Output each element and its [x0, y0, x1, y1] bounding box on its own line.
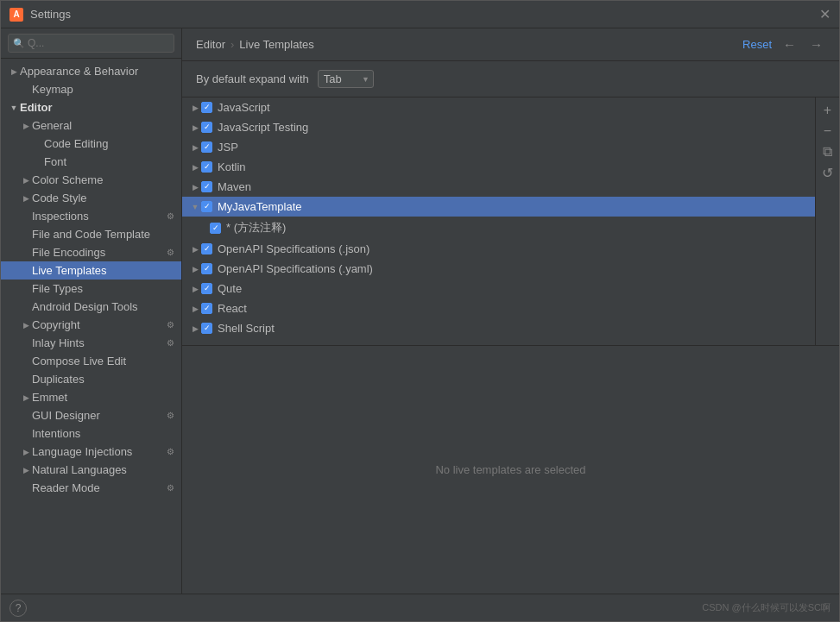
- sidebar-item-label: Duplicates: [32, 373, 85, 386]
- checkbox-maven[interactable]: [201, 181, 212, 192]
- checkbox-kotlin[interactable]: [201, 161, 212, 173]
- checkbox-method-comment[interactable]: [210, 223, 221, 234]
- expand-select-wrap: Tab Enter Space ▼: [318, 70, 374, 88]
- arrow-icon: ▶: [189, 104, 201, 112]
- sidebar-item-editor[interactable]: ▼ Editor: [1, 98, 181, 116]
- sidebar-item-label: File Encodings: [32, 246, 105, 259]
- breadcrumb: Editor › Live Templates: [196, 38, 314, 51]
- remove-button[interactable]: −: [818, 122, 837, 141]
- checkbox-shell-script[interactable]: [201, 323, 212, 334]
- template-group-myjavatemplate[interactable]: ▼ MyJavaTemplate: [182, 197, 815, 217]
- checkbox-jsp[interactable]: [201, 141, 212, 153]
- sidebar-tree: ▶ Appearance & Behavior Keymap ▼ Editor …: [1, 59, 181, 594]
- sidebar-item-file-code-template[interactable]: File and Code Template: [1, 225, 181, 243]
- back-button[interactable]: ←: [780, 37, 799, 52]
- forward-button[interactable]: →: [807, 37, 825, 52]
- sidebar-item-code-style[interactable]: ▶ Code Style: [1, 189, 181, 207]
- sidebar-item-emmet[interactable]: ▶ Emmet: [1, 388, 181, 406]
- template-group-label: Kotlin: [218, 160, 246, 173]
- expand-row: By default expand with Tab Enter Space ▼: [182, 61, 839, 97]
- sidebar-item-code-editing[interactable]: Code Editing: [1, 135, 181, 153]
- arrow-icon: ▶: [189, 285, 201, 293]
- sidebar-item-compose-live-edit[interactable]: Compose Live Edit: [1, 352, 181, 370]
- window-title: Settings: [30, 8, 71, 21]
- template-group-label: OpenAPI Specifications (.json): [218, 242, 369, 255]
- copy-button[interactable]: ⧉: [818, 142, 837, 161]
- checkbox-javascript[interactable]: [201, 102, 212, 113]
- add-button[interactable]: +: [818, 101, 837, 120]
- expand-label: By default expand with: [196, 72, 309, 85]
- close-button[interactable]: ✕: [819, 6, 831, 22]
- template-group-javascript[interactable]: ▶ JavaScript: [182, 97, 815, 117]
- sidebar-item-label: Editor: [20, 101, 53, 114]
- sidebar-item-label: GUI Designer: [32, 409, 100, 422]
- search-input[interactable]: [8, 34, 174, 53]
- sidebar-item-inlay-hints[interactable]: Inlay Hints ⚙: [1, 334, 181, 352]
- no-selection-text: No live templates are selected: [435, 463, 585, 476]
- no-selection-message: No live templates are selected: [182, 345, 839, 594]
- checkbox-javascript-testing[interactable]: [201, 122, 212, 133]
- templates-area: ▶ JavaScript ▶ JavaScript Testing ▶: [182, 97, 839, 345]
- template-child-method-comment[interactable]: * (方法注释): [182, 217, 815, 239]
- sidebar: 🔍 ▶ Appearance & Behavior Keymap ▼: [1, 28, 182, 594]
- sidebar-item-label: Copyright: [32, 318, 80, 331]
- template-group-shell-script[interactable]: ▶ Shell Script: [182, 318, 815, 338]
- sidebar-item-keymap[interactable]: Keymap: [1, 80, 181, 98]
- templates-list: ▶ JavaScript ▶ JavaScript Testing ▶: [182, 97, 815, 345]
- checkbox-openapi-json[interactable]: [201, 243, 212, 254]
- search-icon: 🔍: [13, 38, 25, 49]
- sidebar-item-font[interactable]: Font: [1, 153, 181, 171]
- sidebar-item-android-design-tools[interactable]: Android Design Tools: [1, 298, 181, 316]
- template-group-jsp[interactable]: ▶ JSP: [182, 137, 815, 157]
- gear-icon: ⚙: [167, 411, 174, 420]
- reset-button[interactable]: Reset: [742, 38, 772, 51]
- sidebar-item-label: Code Editing: [44, 137, 108, 150]
- sidebar-item-file-encodings[interactable]: File Encodings ⚙: [1, 243, 181, 261]
- template-group-react[interactable]: ▶ React: [182, 298, 815, 318]
- sidebar-item-file-types[interactable]: File Types: [1, 280, 181, 298]
- sidebar-item-label: Font: [44, 155, 66, 168]
- arrow-icon: ▶: [189, 265, 201, 273]
- app-icon: A: [9, 8, 23, 22]
- gear-icon: ⚙: [167, 483, 174, 493]
- checkbox-qute[interactable]: [201, 283, 212, 294]
- sidebar-item-label: Appearance & Behavior: [20, 65, 138, 78]
- gear-icon: ⚙: [167, 447, 174, 456]
- sidebar-item-label: Android Design Tools: [32, 300, 138, 313]
- template-group-openapi-json[interactable]: ▶ OpenAPI Specifications (.json): [182, 239, 815, 259]
- sidebar-item-general[interactable]: ▶ General: [1, 116, 181, 135]
- panel-actions: Reset ← →: [742, 37, 825, 52]
- arrow-icon: ▶: [189, 143, 201, 152]
- template-group-label: React: [218, 302, 247, 315]
- right-panel: Editor › Live Templates Reset ← → By def…: [182, 28, 839, 594]
- template-group-openapi-yaml[interactable]: ▶ OpenAPI Specifications (.yaml): [182, 259, 815, 279]
- sidebar-item-live-templates[interactable]: Live Templates: [1, 261, 181, 280]
- titlebar: A Settings ✕: [1, 1, 839, 28]
- sidebar-item-duplicates[interactable]: Duplicates: [1, 370, 181, 388]
- help-button[interactable]: ?: [9, 600, 27, 617]
- sidebar-item-inspections[interactable]: Inspections ⚙: [1, 207, 181, 225]
- template-group-qute[interactable]: ▶ Qute: [182, 279, 815, 298]
- template-group-maven[interactable]: ▶ Maven: [182, 177, 815, 197]
- sidebar-item-color-scheme[interactable]: ▶ Color Scheme: [1, 171, 181, 189]
- sidebar-item-label: Emmet: [32, 391, 67, 404]
- sidebar-item-label: Reader Mode: [32, 481, 100, 494]
- bottom-bar: ? CSDN @什么时候可以发SC啊: [1, 594, 839, 621]
- breadcrumb-parent[interactable]: Editor: [196, 38, 225, 51]
- checkbox-openapi-yaml[interactable]: [201, 263, 212, 274]
- expand-select[interactable]: Tab Enter Space: [318, 70, 374, 88]
- checkbox-react[interactable]: [201, 303, 212, 314]
- sidebar-item-intentions[interactable]: Intentions: [1, 424, 181, 443]
- sidebar-item-natural-languages[interactable]: ▶ Natural Languages: [1, 461, 181, 479]
- sidebar-item-label: Compose Live Edit: [32, 355, 126, 368]
- restore-button[interactable]: ↺: [818, 163, 837, 182]
- template-group-javascript-testing[interactable]: ▶ JavaScript Testing: [182, 117, 815, 137]
- sidebar-item-appearance[interactable]: ▶ Appearance & Behavior: [1, 62, 181, 80]
- checkbox-myjavatemplate[interactable]: [201, 201, 212, 212]
- template-group-kotlin[interactable]: ▶ Kotlin: [182, 157, 815, 177]
- sidebar-item-gui-designer[interactable]: GUI Designer ⚙: [1, 406, 181, 424]
- titlebar-left: A Settings: [9, 8, 71, 22]
- sidebar-item-reader-mode[interactable]: Reader Mode ⚙: [1, 479, 181, 497]
- sidebar-item-language-injections[interactable]: ▶ Language Injections ⚙: [1, 443, 181, 461]
- sidebar-item-copyright[interactable]: ▶ Copyright ⚙: [1, 316, 181, 334]
